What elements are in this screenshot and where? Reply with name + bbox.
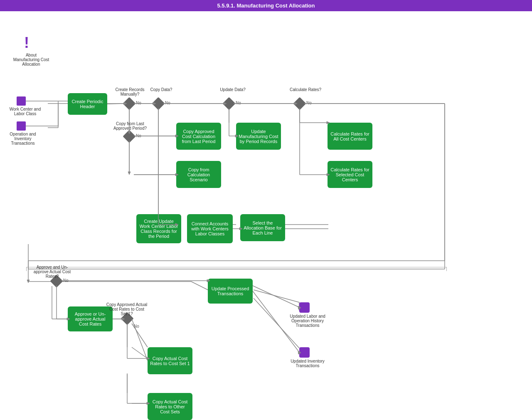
no-copy-cost: No: [134, 324, 139, 329]
operation-label: Operation and Inventory Transactions: [4, 132, 42, 146]
updated-labor-label: Updated Labor and Operation History Tran…: [289, 314, 326, 328]
select-alloc-box[interactable]: Select the Allocation Base for Each Line: [240, 214, 285, 241]
connect-accounts-box[interactable]: Connect Accounts with Work Centers Labor…: [187, 214, 233, 243]
copy-approved-box[interactable]: Copy Approved Cost Calculation from Last…: [176, 123, 221, 150]
work-center-icon: [17, 96, 26, 106]
no-last-approved: No: [136, 133, 141, 138]
copy-cost-set1-box[interactable]: Copy Actual Cost Rates to Cost Set 1: [148, 347, 192, 374]
bottom-border-top: [26, 267, 447, 271]
no-update: No: [236, 101, 241, 105]
diamond-approve-label: Approve and Un-approve Actual Cost Rates…: [32, 265, 72, 279]
svg-line-29: [132, 347, 148, 358]
no-copy: No: [165, 101, 170, 105]
diamond-last-approved-label: Copy from Last Approved Period?: [111, 121, 149, 131]
update-mfg-box[interactable]: Update Manufacturing Cost by Period Reco…: [236, 123, 281, 150]
operation-icon: [17, 121, 26, 131]
no-calc: No: [306, 101, 312, 105]
updated-inventory-icon: [299, 347, 310, 358]
svg-marker-57: [128, 172, 131, 175]
diamond-update: [222, 97, 235, 110]
create-update-wc-box[interactable]: Create Update Work Center Labor Class Re…: [136, 214, 181, 243]
page-title: 5.5.9.1. Manufacturing Cost Allocation: [217, 2, 315, 9]
diamond-copy-label: Copy Data?: [149, 87, 174, 92]
svg-line-33: [254, 290, 299, 302]
about-icon: !: [24, 34, 29, 52]
updated-labor-icon: [299, 302, 310, 313]
svg-line-39: [107, 104, 125, 104]
diamond-create: [123, 97, 135, 110]
no-create: No: [136, 101, 141, 105]
diagram-container: ! About Manufacturing Cost Allocation Wo…: [0, 11, 532, 419]
title-bar: 5.5.9.1. Manufacturing Cost Allocation: [0, 0, 532, 11]
diamond-copy-cost-label: Copy Approved Actual Cost Rates to Cost …: [106, 302, 148, 316]
diamond-calc-label: Calculate Rates?: [289, 87, 322, 92]
diamond-last-approved: [123, 130, 135, 143]
updated-inventory-label: Updated Inventory Transactions: [289, 359, 326, 368]
svg-line-27: [191, 282, 208, 290]
calc-all-box[interactable]: Calculate Rates for All Cost Centers: [328, 123, 372, 150]
diamond-calc: [293, 97, 306, 110]
diamond-create-label: Create Records Manually?: [112, 87, 148, 96]
calc-selected-box[interactable]: Calculate Rates for Selected Cost Center…: [328, 161, 372, 188]
no-approve: No: [63, 278, 69, 283]
work-center-label: Work Center and Labor Class: [7, 107, 43, 116]
copy-scenario-box[interactable]: Copy from Calculation Scenario: [176, 161, 221, 188]
update-processed-box[interactable]: Update Processed Transactions: [208, 279, 253, 304]
svg-line-89: [253, 286, 299, 307]
svg-marker-51: [27, 280, 30, 283]
copy-other-box[interactable]: Copy Actual Cost Rates to Other Cost Set…: [148, 393, 192, 420]
diamond-update-label: Update Data?: [218, 87, 247, 92]
diamond-copy: [152, 97, 165, 110]
about-label: About Manufacturing Cost Allocation: [12, 53, 50, 67]
create-periodic-box[interactable]: Create Periodic Header: [68, 93, 107, 115]
